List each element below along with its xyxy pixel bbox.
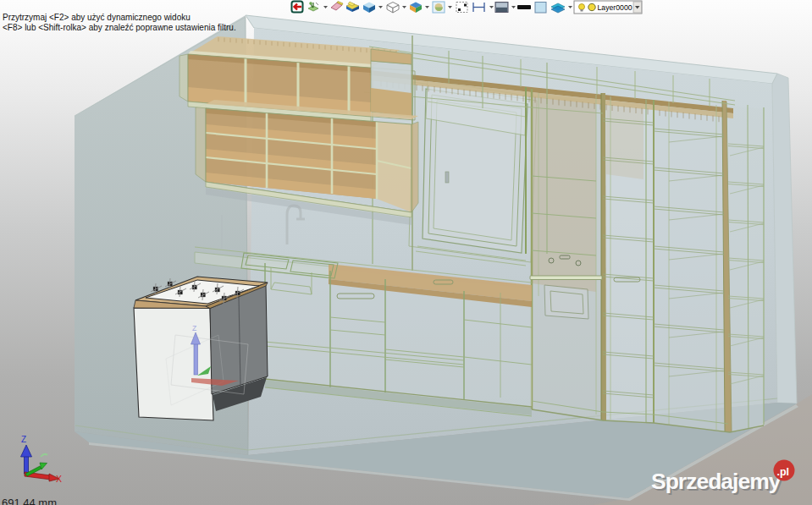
svg-text:Z: Z: [192, 324, 196, 332]
svg-text:691.44 mm: 691.44 mm: [2, 497, 57, 505]
svg-text:Sprzedajemy: Sprzedajemy: [651, 469, 782, 494]
svg-text:<F8> lub <Shift-rolka> aby zna: <F8> lub <Shift-rolka> aby znaleźć popra…: [3, 23, 236, 32]
svg-text:Przytrzymaj <F2> aby użyć dyna: Przytrzymaj <F2> aby użyć dynamicznego w…: [3, 13, 191, 22]
svg-text:Layer0000: Layer0000: [598, 3, 632, 12]
svg-text:X: X: [56, 474, 62, 484]
svg-text:Z: Z: [21, 435, 26, 444]
svg-text:.pl: .pl: [777, 466, 790, 478]
